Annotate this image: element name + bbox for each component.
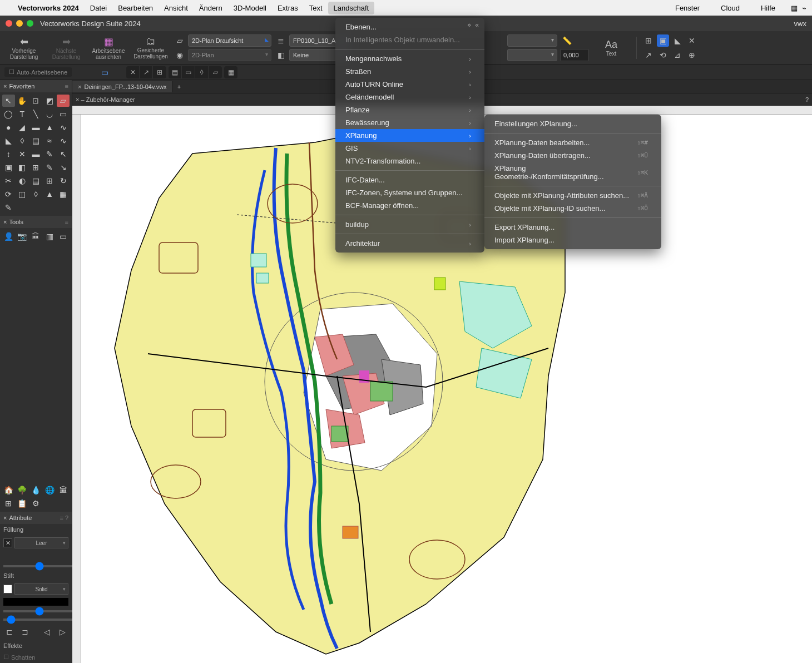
spline-tool[interactable]: ◊ — [16, 135, 29, 147]
menu-extras[interactable]: Extras — [272, 2, 304, 14]
menu-landschaft[interactable]: Landschaft — [328, 2, 375, 14]
extra-dropdown-1[interactable] — [507, 34, 557, 47]
menu-datei[interactable]: Datei — [85, 2, 112, 14]
grip-icon[interactable]: ≡ — [65, 219, 68, 225]
attribute-panel-header[interactable]: × Attribute ≡ ? — [0, 512, 72, 524]
plan-dropdown[interactable]: 2D-Plan — [188, 49, 271, 61]
sym-3[interactable]: 💧 — [29, 484, 42, 496]
grip-icon[interactable]: ≡ — [65, 83, 68, 90]
misc-tool-2[interactable]: ▣ — [2, 161, 15, 174]
misc-tool-5[interactable]: ✎ — [43, 161, 56, 174]
fill-opacity-slider[interactable] — [3, 565, 75, 567]
render-icon[interactable]: ◉ — [174, 49, 186, 61]
misc-tool-11[interactable]: ↻ — [57, 175, 70, 187]
menu-ansicht[interactable]: Ansicht — [159, 2, 194, 14]
submenu-item[interactable]: Export XPlanung... — [484, 221, 661, 234]
arrow-end-icon[interactable]: ▷ — [56, 626, 68, 638]
app-menu[interactable]: Vectorworks 2024 — [12, 2, 85, 14]
wall-tool[interactable]: ▤ — [29, 135, 42, 147]
sym-5[interactable]: 🏛 — [57, 484, 70, 496]
misc-tool-4[interactable]: ⊞ — [29, 161, 42, 174]
misc-tool-12[interactable]: ⟳ — [2, 188, 15, 200]
tool-a-icon[interactable]: ↗ — [642, 49, 655, 61]
menu-cloud[interactable]: Cloud — [715, 2, 745, 14]
erase-tool[interactable]: ✕ — [16, 148, 29, 160]
window-tool[interactable]: ∿ — [57, 135, 70, 147]
menu-item[interactable]: IFC-Zonen, Systeme und Gruppen... — [335, 186, 484, 199]
mode-a-icon[interactable]: ▭ — [98, 66, 111, 78]
sym-2[interactable]: 🌳 — [16, 484, 29, 496]
fill-dropdown[interactable]: Leer — [14, 537, 68, 548]
misc-tool-9[interactable]: ▤ — [29, 175, 42, 187]
sym-7[interactable]: 📋 — [16, 497, 29, 509]
seg-1[interactable]: ✕ — [126, 66, 140, 78]
misc-tool-8[interactable]: ◐ — [16, 175, 29, 187]
next-view-button[interactable]: ➡ Nächste Darstellung — [47, 34, 86, 61]
circle-tool[interactable]: ◯ — [2, 108, 15, 120]
menu-item[interactable]: GIS› — [335, 142, 484, 155]
seg-7[interactable]: ▱ — [209, 66, 222, 78]
menu-item[interactable]: Pflanze› — [335, 103, 484, 116]
bezier-tool[interactable]: ◣ — [2, 135, 15, 147]
menu-item[interactable]: XPlanung› — [335, 129, 484, 142]
fill-swatch[interactable]: ✕ — [3, 538, 12, 547]
bluetooth-icon[interactable]: ⌁ — [802, 4, 806, 12]
rect-tool[interactable]: ▭ — [57, 108, 70, 120]
poly-tool[interactable]: ▬ — [29, 121, 42, 133]
grip-icon[interactable]: ≡ ? — [60, 514, 68, 521]
extra-dropdown-2[interactable] — [507, 49, 557, 61]
seg-2[interactable]: ↗ — [140, 66, 153, 78]
tri-tool[interactable]: ◢ — [16, 121, 29, 133]
new-tab-button[interactable]: + — [173, 83, 185, 90]
misc-tool-13[interactable]: ◫ — [16, 188, 29, 200]
freehand-tool[interactable]: ▲ — [43, 121, 56, 133]
pen-swatch[interactable] — [3, 585, 12, 593]
seg-4[interactable]: ▤ — [169, 66, 182, 78]
sub-tab-label[interactable]: Zubehör-Manager — [86, 96, 135, 103]
submenu-item[interactable]: XPlanung-Daten übertragen...⇧⌘Ü — [484, 149, 661, 162]
menu-item[interactable]: buildup› — [335, 218, 484, 231]
close-icon[interactable]: × — [76, 96, 79, 103]
menu-item[interactable]: Geländemodell› — [335, 91, 484, 103]
saved-views-button[interactable]: 🗂 Gesicherte Darstellungen — [131, 34, 170, 61]
site-tool-3[interactable]: 🏛 — [29, 230, 42, 243]
site-tool-4[interactable]: ▥ — [43, 230, 56, 243]
sym-1[interactable]: 🏠 — [2, 484, 15, 496]
align-plane-button[interactable]: ▦ Arbeitsebene ausrichten — [89, 34, 128, 61]
pan-tool[interactable]: ✋ — [16, 95, 29, 107]
menu-aendern[interactable]: Ändern — [194, 2, 228, 14]
tool-b-icon[interactable]: ⟲ — [657, 49, 669, 61]
seg-5[interactable]: ▭ — [182, 66, 195, 78]
scale-icon[interactable]: 📏 — [561, 34, 573, 47]
curve-tool[interactable]: ∿ — [57, 121, 70, 133]
grid-icon[interactable]: ⊞ — [642, 34, 655, 47]
menu-text[interactable]: Text — [304, 2, 328, 14]
oval-tool[interactable]: ● — [2, 121, 15, 133]
sym-6[interactable]: ⊞ — [2, 497, 15, 509]
sym-4[interactable]: 🌐 — [43, 484, 56, 496]
misc-tool-15[interactable]: ▲ — [43, 188, 56, 200]
line-end-icon[interactable]: ⊐ — [19, 626, 31, 638]
submenu-item[interactable]: Import XPlanung... — [484, 234, 661, 246]
misc-tool-1[interactable]: ↖ — [57, 148, 70, 160]
auto-plane-toggle[interactable]: ☐ Auto-Arbeitsebene — [4, 67, 72, 77]
text-tool[interactable]: T — [16, 108, 29, 120]
menu-item[interactable]: Architektur› — [335, 237, 484, 250]
menu-fenster[interactable]: Fenster — [670, 2, 705, 14]
site-tool-1[interactable]: 👤 — [2, 230, 15, 243]
line-tool[interactable]: ╲ — [29, 108, 42, 120]
submenu-item[interactable]: Objekte mit XPlanung-Attributen suchen..… — [484, 189, 661, 202]
zoom-window-button[interactable] — [27, 20, 33, 27]
menu-item[interactable]: BCF-Manager öffnen... — [335, 199, 484, 212]
submenu-item[interactable]: XPlanung Geometrie-/Konformitätsprüfung.… — [484, 162, 661, 183]
pen-dropdown[interactable]: Solid — [14, 583, 68, 595]
persp-icon[interactable]: ▱ — [174, 34, 186, 47]
site-tool-5[interactable]: ▭ — [57, 230, 70, 243]
pen-color-bar[interactable] — [3, 598, 68, 606]
menu-item[interactable]: Bewässerung› — [335, 116, 484, 129]
pen-thickness-slider[interactable] — [3, 619, 75, 621]
flyover-tool[interactable]: ◩ — [43, 95, 56, 107]
menu-3dmodell[interactable]: 3D-Modell — [228, 2, 272, 14]
submenu-item[interactable]: Objekte mit XPlanung-ID suchen...⇧⌘Ö — [484, 202, 661, 215]
menu-item[interactable]: AutoTURN Online› — [335, 78, 484, 91]
